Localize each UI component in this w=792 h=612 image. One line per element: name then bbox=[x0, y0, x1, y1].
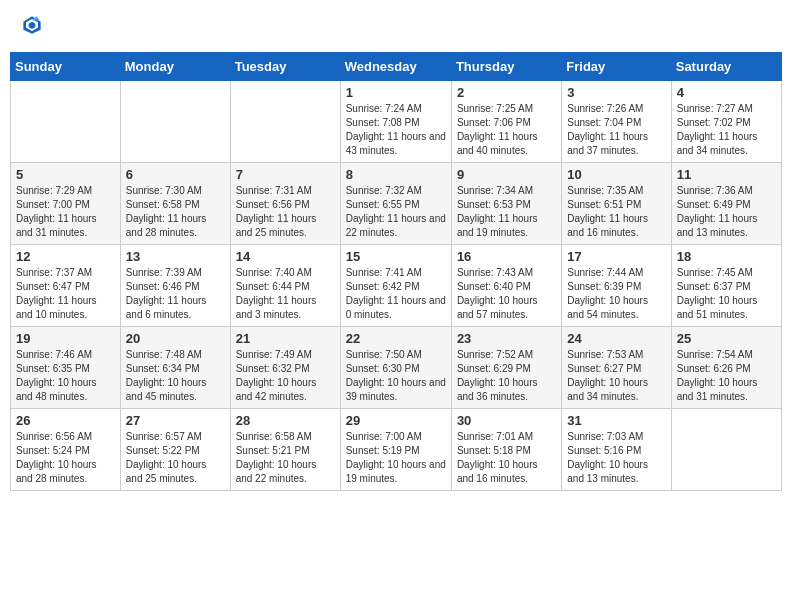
day-number: 24 bbox=[567, 331, 665, 346]
day-number: 26 bbox=[16, 413, 115, 428]
calendar-cell: 27Sunrise: 6:57 AM Sunset: 5:22 PM Dayli… bbox=[120, 409, 230, 491]
day-number: 30 bbox=[457, 413, 556, 428]
day-number: 13 bbox=[126, 249, 225, 264]
calendar-cell: 30Sunrise: 7:01 AM Sunset: 5:18 PM Dayli… bbox=[451, 409, 561, 491]
calendar-cell: 29Sunrise: 7:00 AM Sunset: 5:19 PM Dayli… bbox=[340, 409, 451, 491]
day-info: Sunrise: 7:50 AM Sunset: 6:30 PM Dayligh… bbox=[346, 348, 446, 404]
day-info: Sunrise: 7:43 AM Sunset: 6:40 PM Dayligh… bbox=[457, 266, 556, 322]
calendar-header-wednesday: Wednesday bbox=[340, 53, 451, 81]
calendar-cell: 9Sunrise: 7:34 AM Sunset: 6:53 PM Daylig… bbox=[451, 163, 561, 245]
page-header bbox=[10, 10, 782, 44]
calendar-week-row: 5Sunrise: 7:29 AM Sunset: 7:00 PM Daylig… bbox=[11, 163, 782, 245]
logo-icon bbox=[22, 15, 42, 35]
day-number: 6 bbox=[126, 167, 225, 182]
calendar-cell: 4Sunrise: 7:27 AM Sunset: 7:02 PM Daylig… bbox=[671, 81, 781, 163]
day-info: Sunrise: 7:31 AM Sunset: 6:56 PM Dayligh… bbox=[236, 184, 335, 240]
calendar-cell: 6Sunrise: 7:30 AM Sunset: 6:58 PM Daylig… bbox=[120, 163, 230, 245]
day-number: 21 bbox=[236, 331, 335, 346]
day-number: 20 bbox=[126, 331, 225, 346]
calendar-cell bbox=[671, 409, 781, 491]
calendar-week-row: 12Sunrise: 7:37 AM Sunset: 6:47 PM Dayli… bbox=[11, 245, 782, 327]
calendar-cell bbox=[11, 81, 121, 163]
day-info: Sunrise: 7:52 AM Sunset: 6:29 PM Dayligh… bbox=[457, 348, 556, 404]
calendar-header-monday: Monday bbox=[120, 53, 230, 81]
day-info: Sunrise: 7:34 AM Sunset: 6:53 PM Dayligh… bbox=[457, 184, 556, 240]
calendar-cell: 3Sunrise: 7:26 AM Sunset: 7:04 PM Daylig… bbox=[562, 81, 671, 163]
day-info: Sunrise: 7:37 AM Sunset: 6:47 PM Dayligh… bbox=[16, 266, 115, 322]
day-number: 19 bbox=[16, 331, 115, 346]
calendar-header-saturday: Saturday bbox=[671, 53, 781, 81]
day-number: 9 bbox=[457, 167, 556, 182]
calendar-cell: 8Sunrise: 7:32 AM Sunset: 6:55 PM Daylig… bbox=[340, 163, 451, 245]
calendar-cell: 22Sunrise: 7:50 AM Sunset: 6:30 PM Dayli… bbox=[340, 327, 451, 409]
calendar-cell: 15Sunrise: 7:41 AM Sunset: 6:42 PM Dayli… bbox=[340, 245, 451, 327]
calendar-cell: 20Sunrise: 7:48 AM Sunset: 6:34 PM Dayli… bbox=[120, 327, 230, 409]
day-number: 29 bbox=[346, 413, 446, 428]
calendar-header-sunday: Sunday bbox=[11, 53, 121, 81]
calendar-cell: 12Sunrise: 7:37 AM Sunset: 6:47 PM Dayli… bbox=[11, 245, 121, 327]
day-number: 18 bbox=[677, 249, 776, 264]
day-number: 28 bbox=[236, 413, 335, 428]
calendar-cell: 16Sunrise: 7:43 AM Sunset: 6:40 PM Dayli… bbox=[451, 245, 561, 327]
day-number: 3 bbox=[567, 85, 665, 100]
day-info: Sunrise: 7:49 AM Sunset: 6:32 PM Dayligh… bbox=[236, 348, 335, 404]
calendar-cell: 10Sunrise: 7:35 AM Sunset: 6:51 PM Dayli… bbox=[562, 163, 671, 245]
day-info: Sunrise: 7:40 AM Sunset: 6:44 PM Dayligh… bbox=[236, 266, 335, 322]
calendar-cell: 17Sunrise: 7:44 AM Sunset: 6:39 PM Dayli… bbox=[562, 245, 671, 327]
calendar-cell: 5Sunrise: 7:29 AM Sunset: 7:00 PM Daylig… bbox=[11, 163, 121, 245]
day-info: Sunrise: 7:41 AM Sunset: 6:42 PM Dayligh… bbox=[346, 266, 446, 322]
day-number: 31 bbox=[567, 413, 665, 428]
calendar-header-tuesday: Tuesday bbox=[230, 53, 340, 81]
day-number: 15 bbox=[346, 249, 446, 264]
day-info: Sunrise: 7:44 AM Sunset: 6:39 PM Dayligh… bbox=[567, 266, 665, 322]
day-number: 27 bbox=[126, 413, 225, 428]
day-info: Sunrise: 7:36 AM Sunset: 6:49 PM Dayligh… bbox=[677, 184, 776, 240]
day-number: 14 bbox=[236, 249, 335, 264]
calendar-cell: 1Sunrise: 7:24 AM Sunset: 7:08 PM Daylig… bbox=[340, 81, 451, 163]
day-info: Sunrise: 7:29 AM Sunset: 7:00 PM Dayligh… bbox=[16, 184, 115, 240]
calendar-cell: 28Sunrise: 6:58 AM Sunset: 5:21 PM Dayli… bbox=[230, 409, 340, 491]
day-number: 8 bbox=[346, 167, 446, 182]
day-info: Sunrise: 7:00 AM Sunset: 5:19 PM Dayligh… bbox=[346, 430, 446, 486]
calendar-cell: 26Sunrise: 6:56 AM Sunset: 5:24 PM Dayli… bbox=[11, 409, 121, 491]
day-info: Sunrise: 7:32 AM Sunset: 6:55 PM Dayligh… bbox=[346, 184, 446, 240]
day-number: 23 bbox=[457, 331, 556, 346]
day-info: Sunrise: 6:57 AM Sunset: 5:22 PM Dayligh… bbox=[126, 430, 225, 486]
calendar-header-friday: Friday bbox=[562, 53, 671, 81]
day-number: 7 bbox=[236, 167, 335, 182]
day-info: Sunrise: 7:39 AM Sunset: 6:46 PM Dayligh… bbox=[126, 266, 225, 322]
calendar-cell bbox=[230, 81, 340, 163]
day-number: 12 bbox=[16, 249, 115, 264]
day-info: Sunrise: 7:48 AM Sunset: 6:34 PM Dayligh… bbox=[126, 348, 225, 404]
day-info: Sunrise: 7:27 AM Sunset: 7:02 PM Dayligh… bbox=[677, 102, 776, 158]
day-info: Sunrise: 7:45 AM Sunset: 6:37 PM Dayligh… bbox=[677, 266, 776, 322]
day-number: 1 bbox=[346, 85, 446, 100]
day-info: Sunrise: 7:46 AM Sunset: 6:35 PM Dayligh… bbox=[16, 348, 115, 404]
calendar-week-row: 19Sunrise: 7:46 AM Sunset: 6:35 PM Dayli… bbox=[11, 327, 782, 409]
calendar-header-thursday: Thursday bbox=[451, 53, 561, 81]
calendar-cell: 19Sunrise: 7:46 AM Sunset: 6:35 PM Dayli… bbox=[11, 327, 121, 409]
day-info: Sunrise: 7:03 AM Sunset: 5:16 PM Dayligh… bbox=[567, 430, 665, 486]
day-number: 2 bbox=[457, 85, 556, 100]
calendar-cell: 11Sunrise: 7:36 AM Sunset: 6:49 PM Dayli… bbox=[671, 163, 781, 245]
day-number: 16 bbox=[457, 249, 556, 264]
day-info: Sunrise: 7:24 AM Sunset: 7:08 PM Dayligh… bbox=[346, 102, 446, 158]
day-number: 5 bbox=[16, 167, 115, 182]
day-info: Sunrise: 7:01 AM Sunset: 5:18 PM Dayligh… bbox=[457, 430, 556, 486]
day-number: 25 bbox=[677, 331, 776, 346]
calendar-cell: 23Sunrise: 7:52 AM Sunset: 6:29 PM Dayli… bbox=[451, 327, 561, 409]
calendar-week-row: 26Sunrise: 6:56 AM Sunset: 5:24 PM Dayli… bbox=[11, 409, 782, 491]
calendar-cell: 2Sunrise: 7:25 AM Sunset: 7:06 PM Daylig… bbox=[451, 81, 561, 163]
day-number: 22 bbox=[346, 331, 446, 346]
calendar-table: SundayMondayTuesdayWednesdayThursdayFrid… bbox=[10, 52, 782, 491]
logo bbox=[20, 15, 42, 39]
day-info: Sunrise: 6:56 AM Sunset: 5:24 PM Dayligh… bbox=[16, 430, 115, 486]
day-info: Sunrise: 7:54 AM Sunset: 6:26 PM Dayligh… bbox=[677, 348, 776, 404]
calendar-cell: 13Sunrise: 7:39 AM Sunset: 6:46 PM Dayli… bbox=[120, 245, 230, 327]
calendar-cell: 7Sunrise: 7:31 AM Sunset: 6:56 PM Daylig… bbox=[230, 163, 340, 245]
day-number: 17 bbox=[567, 249, 665, 264]
calendar-cell: 18Sunrise: 7:45 AM Sunset: 6:37 PM Dayli… bbox=[671, 245, 781, 327]
calendar-cell: 31Sunrise: 7:03 AM Sunset: 5:16 PM Dayli… bbox=[562, 409, 671, 491]
day-info: Sunrise: 6:58 AM Sunset: 5:21 PM Dayligh… bbox=[236, 430, 335, 486]
calendar-cell: 21Sunrise: 7:49 AM Sunset: 6:32 PM Dayli… bbox=[230, 327, 340, 409]
